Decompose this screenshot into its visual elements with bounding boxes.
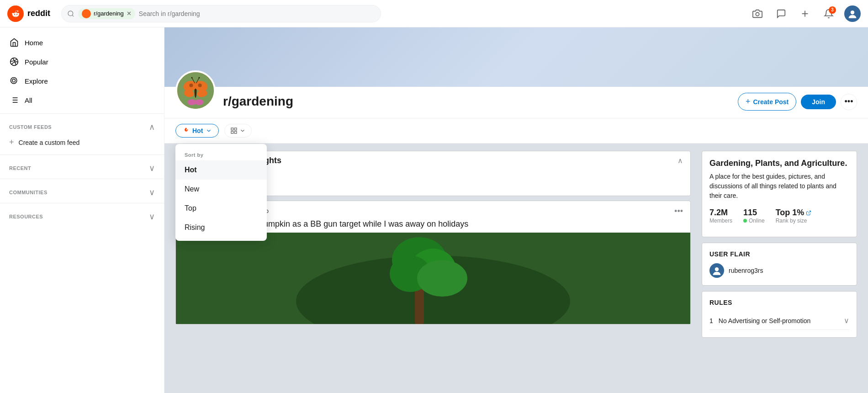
rule-1: 1 No Advertising or Self-promotion ∨ — [709, 312, 849, 330]
main-content: r/gardening + Create Post Join ••• Hot — [164, 27, 868, 393]
topnav-right: 3 — [749, 5, 861, 22]
svg-point-11 — [12, 79, 16, 82]
custom-feeds-chevron-icon: ∧ — [149, 122, 155, 132]
create-post-button[interactable]: + Create Post — [738, 93, 796, 111]
dropdown-item-new[interactable]: New — [175, 180, 267, 199]
community-description-text: A place for the best guides, pictures, a… — [709, 172, 849, 201]
create-post-icon[interactable] — [797, 5, 813, 22]
dropdown-sort-by-label: Sort by — [175, 148, 267, 160]
dropdown-item-rising[interactable]: Rising — [175, 218, 267, 237]
search-icon — [67, 10, 74, 17]
flair-avatar — [709, 263, 724, 278]
svg-rect-34 — [231, 131, 233, 133]
custom-feeds-section: CUSTOM FEEDS ∧ — [0, 117, 164, 134]
create-feed-label: Create a custom feed — [19, 139, 80, 146]
right-sidebar: Gardening, Plants, and Agriculture. A pl… — [702, 151, 857, 343]
reddit-logo-icon — [7, 5, 24, 22]
online-dot — [743, 219, 747, 223]
chat-icon[interactable] — [773, 5, 789, 22]
sort-dropdown: Sort by Hot New Top Rising — [175, 144, 267, 241]
sidebar-item-home[interactable]: Home — [0, 33, 164, 52]
custom-feeds-header[interactable]: CUSTOM FEEDS ∧ — [9, 122, 155, 132]
rule-1-chevron-icon[interactable]: ∨ — [844, 316, 849, 325]
svg-point-29 — [198, 77, 200, 78]
community-description-title: Gardening, Plants, and Agriculture. — [709, 159, 849, 168]
subreddit-tag[interactable]: r/gardening ✕ — [78, 8, 135, 19]
more-options-button[interactable]: ••• — [841, 94, 857, 110]
communities-section: COMMUNITIES ∨ — [0, 183, 164, 199]
hot-icon — [182, 127, 190, 134]
all-label: All — [25, 96, 32, 104]
svg-point-46 — [715, 267, 719, 271]
user-avatar-icon — [846, 7, 859, 20]
community-description-widget: Gardening, Plants, and Agriculture. A pl… — [702, 151, 857, 237]
search-input[interactable] — [139, 10, 375, 17]
communities-header[interactable]: COMMUNITIES ∨ — [9, 187, 155, 197]
svg-line-44 — [808, 211, 811, 213]
dropdown-item-hot[interactable]: Hot — [175, 160, 267, 180]
rank-value: Top 1% — [776, 208, 812, 218]
subreddit-avatar-small — [82, 9, 91, 18]
home-label: Home — [25, 39, 43, 47]
sort-bar: Hot Sort by Hot New Top Rising — [164, 118, 868, 143]
svg-point-31 — [195, 99, 203, 105]
view-button[interactable] — [224, 124, 252, 138]
resources-header[interactable]: RESOURCES ∨ — [9, 212, 155, 222]
view-chevron-down-icon — [239, 127, 246, 134]
flair-user: rubenrog3rs — [709, 263, 849, 278]
rank-label: Rank by size — [776, 218, 812, 224]
more-options-icon: ••• — [845, 97, 853, 106]
post-more-button[interactable]: ••• — [674, 207, 683, 216]
create-post-plus-icon: + — [746, 97, 751, 106]
post-image-svg — [176, 233, 690, 324]
search-bar[interactable]: r/gardening ✕ — [61, 5, 381, 22]
subreddit-tag-close[interactable]: ✕ — [127, 10, 132, 17]
svg-point-28 — [191, 77, 192, 78]
sidebar-item-all[interactable]: All — [0, 90, 164, 110]
svg-point-24 — [189, 84, 193, 87]
svg-point-3 — [83, 10, 90, 16]
create-post-label: Create Post — [753, 98, 789, 106]
rule-1-num: 1 — [709, 317, 713, 324]
community-actions: + Create Post Join ••• — [738, 93, 857, 111]
user-avatar[interactable] — [844, 5, 861, 22]
svg-rect-35 — [235, 131, 237, 133]
recent-title: RECENT — [9, 165, 31, 171]
logo-area[interactable]: reddit — [7, 5, 50, 22]
butterfly-icon — [177, 72, 214, 109]
logo-text: reddit — [27, 9, 50, 18]
sort-label: Hot — [192, 127, 203, 134]
rank-stat: Top 1% Rank by size — [776, 208, 812, 224]
svg-rect-33 — [235, 128, 237, 130]
subreddit-tag-label: r/gardening — [94, 10, 124, 17]
join-button[interactable]: Join — [801, 95, 836, 109]
external-link-icon — [806, 210, 811, 216]
community-title: r/gardening — [223, 94, 293, 109]
recent-header[interactable]: RECENT ∨ — [9, 163, 155, 173]
camera-icon[interactable] — [749, 5, 766, 22]
rules-title: RULES — [709, 299, 849, 306]
svg-point-8 — [851, 11, 854, 14]
dropdown-item-top[interactable]: Top — [175, 199, 267, 218]
community-info: r/gardening + Create Post Join ••• — [164, 87, 868, 118]
flair-avatar-icon — [710, 264, 723, 277]
svg-rect-32 — [231, 128, 233, 130]
sidebar-item-explore[interactable]: Explore — [0, 71, 164, 90]
notifications-icon[interactable]: 3 — [820, 5, 837, 22]
create-custom-feed-item[interactable]: + Create a custom feed — [0, 134, 164, 151]
all-icon — [9, 95, 19, 105]
rule-1-text: No Advertising or Self-promotion — [719, 317, 838, 324]
rules-widget: RULES 1 No Advertising or Self-promotion… — [702, 291, 857, 338]
sort-hot-button[interactable]: Hot — [175, 124, 219, 138]
highlights-collapse-icon[interactable]: ∧ — [677, 156, 683, 165]
user-flair-widget: USER FLAIR rubenrog3rs — [702, 243, 857, 286]
sidebar-item-popular[interactable]: Popular — [0, 52, 164, 71]
community-name-area: r/gardening — [223, 94, 293, 111]
communities-chevron-icon: ∨ — [149, 187, 155, 197]
view-icon — [230, 127, 238, 134]
online-label: Online — [743, 218, 765, 224]
members-stat: 7.2M Members — [709, 208, 732, 224]
community-stats: 7.2M Members 115 Online Top 1% — [709, 208, 849, 224]
notifications-badge: 3 — [829, 6, 836, 14]
top-navigation: reddit r/gardening ✕ — [0, 0, 868, 27]
